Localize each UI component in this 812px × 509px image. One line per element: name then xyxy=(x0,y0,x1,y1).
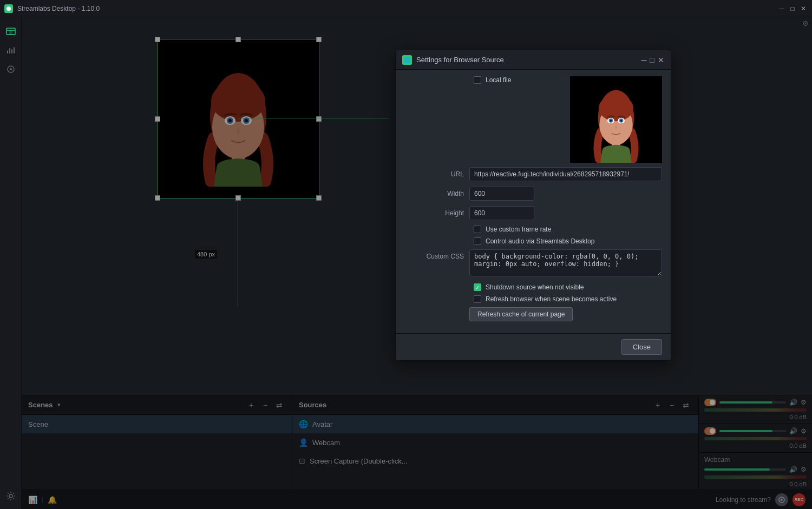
source-item-webcam[interactable]: 👤 Webcam xyxy=(292,433,698,452)
svg-point-9 xyxy=(9,494,12,498)
stream-button[interactable] xyxy=(775,493,788,506)
url-field-container xyxy=(469,167,662,181)
sidebar-item-plugins[interactable] xyxy=(2,61,19,78)
frame-rate-checkbox[interactable] xyxy=(474,226,481,233)
scenes-dropdown-icon[interactable]: ▾ xyxy=(57,401,61,408)
shutdown-label: Shutdown source when not visible xyxy=(486,283,584,291)
modal-minimize-button[interactable]: ─ xyxy=(641,56,647,64)
status-bar: 📊 | 🔔 Looking to stream? REC xyxy=(22,490,812,509)
custom-css-row: Custom CSS body { background-color: rgba… xyxy=(404,249,662,278)
volume-icon-2[interactable]: 🔊 xyxy=(789,427,797,435)
main-content: 480 px Scenes ▾ + − ⇄ Scene xyxy=(22,17,812,509)
width-input[interactable] xyxy=(469,187,534,201)
svg-rect-3 xyxy=(7,50,8,54)
audio-panel: ⚙ 🔊 ⚙ 0.0 dB xyxy=(698,395,812,490)
scenes-title: Scenes xyxy=(28,401,53,409)
refresh-cache-row: Refresh cache of current page xyxy=(404,307,662,321)
handle-mid-right[interactable] xyxy=(316,116,322,122)
sidebar-item-mixer[interactable] xyxy=(2,41,19,58)
audio-item-2: 🔊 ⚙ 0.0 dB xyxy=(699,424,812,453)
audio-item-webcam: Webcam 🔊 ⚙ 0.0 dB xyxy=(699,453,812,491)
shutdown-checkbox[interactable] xyxy=(474,283,481,291)
control-audio-checkbox[interactable] xyxy=(474,237,481,245)
volume-icon-webcam[interactable]: 🔊 xyxy=(789,466,797,473)
modal-close-button[interactable]: ✕ xyxy=(658,56,664,64)
audio-label-webcam: Webcam xyxy=(704,456,807,464)
local-file-label: Local file xyxy=(486,76,511,84)
handle-top-center[interactable] xyxy=(235,37,241,42)
scene-item[interactable]: Scene xyxy=(22,415,292,433)
audio-settings-btn-webcam[interactable]: ⚙ xyxy=(801,466,807,473)
stats-icon[interactable]: 📊 xyxy=(28,495,37,504)
audio-settings-btn-1[interactable]: ⚙ xyxy=(801,399,807,406)
height-input[interactable] xyxy=(469,206,534,220)
preview-canvas xyxy=(157,39,319,199)
mute-button-1[interactable] xyxy=(704,399,716,406)
maximize-button[interactable]: □ xyxy=(788,4,797,13)
refresh-browser-checkbox[interactable] xyxy=(474,295,481,303)
modal-footer: Close xyxy=(396,333,671,360)
handle-top-right[interactable] xyxy=(316,37,322,42)
custom-css-input[interactable]: body { background-color: rgba(0, 0, 0, 0… xyxy=(469,249,662,276)
sources-arrange-button[interactable]: ⇄ xyxy=(680,399,692,411)
notifications-icon[interactable]: 🔔 xyxy=(48,495,57,504)
source-avatar-icon: 🌐 xyxy=(299,420,308,428)
audio-settings-icon[interactable]: ⚙ xyxy=(799,17,812,30)
rec-button[interactable]: REC xyxy=(793,493,806,506)
app-layout: 480 px Scenes ▾ + − ⇄ Scene xyxy=(0,17,812,509)
scenes-add-button[interactable]: + xyxy=(245,399,257,411)
modal-body: Local file URL Width xyxy=(396,70,671,333)
handle-bottom-left[interactable] xyxy=(155,195,160,201)
handle-mid-left[interactable] xyxy=(155,116,160,122)
scenes-remove-button[interactable]: − xyxy=(259,399,271,411)
url-input[interactable] xyxy=(469,167,662,181)
app-title: Streamlabs Desktop - 1.10.0 xyxy=(17,5,100,12)
scenes-arrange-button[interactable]: ⇄ xyxy=(273,399,285,411)
minimize-button[interactable]: ─ xyxy=(777,4,786,13)
volume-slider-2[interactable] xyxy=(719,430,786,432)
bottom-panel: Scenes ▾ + − ⇄ Scene Sources xyxy=(22,395,812,490)
sidebar-item-home[interactable] xyxy=(2,22,19,39)
sources-panel: Sources + − ⇄ 🌐 Avatar 👤 Webcam xyxy=(292,395,698,490)
title-bar: Streamlabs Desktop - 1.10.0 ─ □ ✕ xyxy=(0,0,812,17)
close-button[interactable]: Close xyxy=(621,339,662,355)
handle-bottom-center[interactable] xyxy=(235,195,241,201)
svg-rect-2 xyxy=(9,30,12,35)
audio-settings-btn-2[interactable]: ⚙ xyxy=(801,427,807,435)
source-webcam-label: Webcam xyxy=(312,439,340,447)
sources-remove-button[interactable]: − xyxy=(666,399,678,411)
modal-title: Settings for Browser Source xyxy=(416,56,637,64)
scene-item-label: Scene xyxy=(28,420,48,428)
mute-button-2[interactable] xyxy=(704,427,716,435)
modal-title-bar: 🌐 Settings for Browser Source ─ □ ✕ xyxy=(396,50,671,70)
source-screen-icon: ⊡ xyxy=(299,457,305,465)
audio-db-2: 0.0 dB xyxy=(789,442,807,449)
sources-add-button[interactable]: + xyxy=(652,399,664,411)
status-bar-right: Looking to stream? REC xyxy=(716,493,806,506)
svg-point-19 xyxy=(245,119,248,122)
custom-css-label: Custom CSS xyxy=(404,249,464,260)
custom-css-field-container: body { background-color: rgba(0, 0, 0, 0… xyxy=(469,249,662,278)
volume-icon-1[interactable]: 🔊 xyxy=(789,399,797,406)
sidebar-item-settings[interactable] xyxy=(2,487,19,505)
audio-controls-2: 🔊 ⚙ xyxy=(704,427,807,435)
shutdown-row: Shutdown source when not visible xyxy=(404,283,662,291)
audio-meter-1 xyxy=(704,408,807,412)
handle-top-left[interactable] xyxy=(155,37,160,42)
audio-meter-webcam xyxy=(704,475,807,479)
frame-rate-row: Use custom frame rate xyxy=(404,226,662,233)
volume-slider-webcam[interactable] xyxy=(704,468,786,471)
source-item-avatar[interactable]: 🌐 Avatar xyxy=(292,415,698,433)
source-item-screen[interactable]: ⊡ Screen Capture (Double-click... xyxy=(292,452,698,470)
handle-bottom-right[interactable] xyxy=(316,195,322,201)
volume-slider-1[interactable] xyxy=(719,401,786,404)
close-button[interactable]: ✕ xyxy=(799,4,808,13)
sources-title: Sources xyxy=(299,401,326,409)
title-bar-left: Streamlabs Desktop - 1.10.0 xyxy=(4,4,100,13)
local-file-checkbox[interactable] xyxy=(474,76,481,84)
rec-label: REC xyxy=(795,497,804,502)
svg-point-30 xyxy=(610,120,612,122)
refresh-cache-button[interactable]: Refresh cache of current page xyxy=(469,307,573,321)
modal-maximize-button[interactable]: □ xyxy=(650,56,654,64)
svg-rect-6 xyxy=(14,47,15,54)
